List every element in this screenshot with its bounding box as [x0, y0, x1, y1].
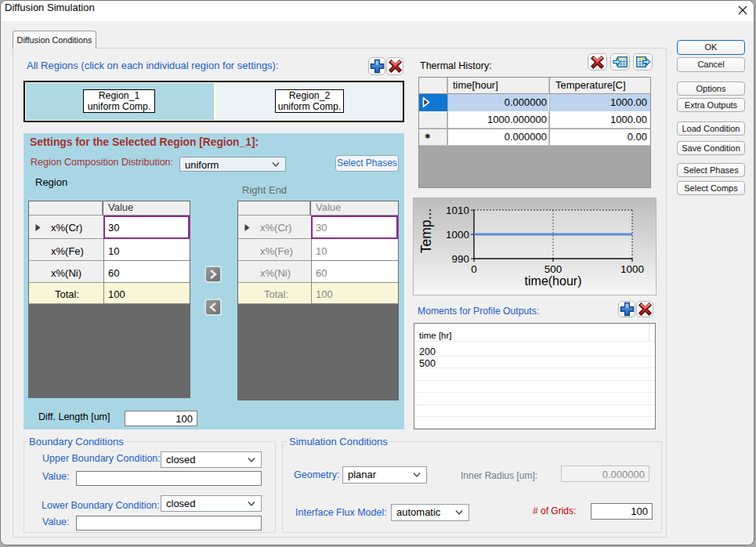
svg-text:500: 500 [544, 263, 562, 275]
svg-text:time(hour): time(hour) [525, 274, 582, 288]
svg-text:0: 0 [471, 263, 477, 275]
svg-text:990: 990 [451, 253, 469, 265]
svg-text:1000: 1000 [620, 263, 644, 275]
svg-text:1010: 1010 [446, 205, 469, 216]
svg-text:1000: 1000 [446, 229, 469, 241]
svg-text:Temp...: Temp... [418, 208, 434, 253]
